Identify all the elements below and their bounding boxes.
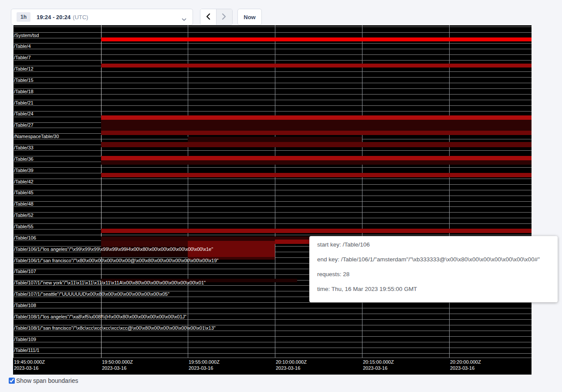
tooltip-end-key: end key: /Table/106/1/"amsterdam"/"\xb33… bbox=[317, 257, 550, 263]
row-label: /Table/33 bbox=[14, 145, 34, 151]
column-boundary-line bbox=[449, 25, 450, 358]
column-boundary-line bbox=[188, 25, 188, 358]
heatmap-band[interactable] bbox=[101, 120, 532, 131]
span-boundary-line bbox=[13, 71, 532, 72]
row-label: /Table/48 bbox=[14, 201, 34, 207]
row-label: /Table/36 bbox=[14, 156, 34, 162]
span-boundary-line bbox=[13, 94, 532, 95]
time-window-badge: 1h bbox=[17, 12, 30, 22]
heatmap-band[interactable] bbox=[101, 160, 532, 165]
heatmap-band[interactable] bbox=[101, 229, 532, 233]
span-tooltip: start key: /Table/106 end key: /Table/10… bbox=[309, 236, 558, 302]
span-boundary-line bbox=[13, 218, 532, 218]
chevron-right-icon bbox=[222, 13, 227, 21]
span-boundary-line bbox=[13, 201, 532, 202]
span-boundary-line bbox=[13, 27, 532, 27]
span-boundary-line bbox=[13, 83, 532, 83]
row-label: /Table/4 bbox=[14, 44, 31, 49]
time-zone-label: (UTC) bbox=[73, 14, 88, 20]
span-boundary-line bbox=[13, 32, 532, 33]
row-label: /Table/106/1/"san francisco"/"\x80\x00\x… bbox=[14, 258, 219, 264]
span-boundary-line bbox=[13, 196, 532, 196]
span-boundary-line bbox=[13, 336, 532, 337]
span-boundary-line bbox=[13, 342, 532, 342]
heatmap-band[interactable] bbox=[101, 115, 532, 120]
row-label: /Table/15 bbox=[14, 78, 34, 83]
span-boundary-line bbox=[13, 167, 532, 168]
row-label: /Table/55 bbox=[14, 224, 34, 230]
x-axis-line bbox=[13, 358, 532, 358]
row-label: /Table/107/1/"seattle"/"UUUUUUD\x00\x80\… bbox=[14, 291, 169, 297]
row-label: /Table/52 bbox=[14, 213, 34, 218]
span-boundary-line bbox=[13, 308, 532, 308]
span-boundary-line bbox=[13, 105, 532, 106]
heatmap-band[interactable] bbox=[101, 156, 532, 160]
row-label: /Table/108/1/"los angeles"/"\xa8\xf5\u00… bbox=[14, 314, 186, 320]
time-range-label: 19:24 - 20:24 bbox=[37, 14, 71, 20]
heatmap-band[interactable] bbox=[188, 137, 362, 142]
span-boundary-line bbox=[13, 212, 532, 213]
span-boundary-line bbox=[13, 49, 532, 49]
row-label: /Table/7 bbox=[14, 55, 31, 61]
row-label: /Table/106/1/"los angeles"/"\x99\x99\x99… bbox=[14, 247, 213, 252]
span-boundary-line bbox=[13, 54, 532, 55]
row-label: /Table/42 bbox=[14, 179, 34, 185]
span-boundary-line bbox=[13, 302, 532, 303]
heatmap-band[interactable] bbox=[101, 142, 532, 147]
row-label: /Table/18 bbox=[14, 89, 34, 95]
span-boundary-line bbox=[13, 88, 532, 89]
toolbar: 1h 19:24 - 20:24 (UTC) Now bbox=[0, 0, 562, 25]
column-boundary-line bbox=[101, 25, 102, 358]
span-boundary-line bbox=[13, 190, 532, 190]
x-axis-tick: 19:55:00.000Z2023-03-16 bbox=[189, 359, 220, 371]
span-boundary-line bbox=[13, 206, 532, 207]
heatmap-band[interactable] bbox=[101, 173, 532, 177]
row-label: /Table/39 bbox=[14, 168, 34, 173]
row-label: /Table/12 bbox=[14, 66, 34, 72]
heatmap-band[interactable] bbox=[101, 131, 532, 135]
key-visualizer-canvas[interactable]: /System/tsd/Table/4/Table/7/Table/12/Tab… bbox=[13, 25, 532, 375]
span-boundary-line bbox=[13, 353, 532, 354]
row-label: /Table/21 bbox=[14, 100, 34, 106]
column-boundary-line bbox=[275, 25, 275, 358]
span-boundary-line bbox=[13, 43, 532, 44]
row-label: /Table/24 bbox=[14, 111, 34, 117]
row-label: /NamespaceTable/30 bbox=[14, 134, 59, 139]
span-boundary-line bbox=[13, 100, 532, 100]
row-label: /Table/108 bbox=[14, 303, 36, 308]
x-axis-tick: 20:15:00.000Z2023-03-16 bbox=[363, 359, 394, 371]
footer: Show span boundaries bbox=[9, 377, 78, 384]
time-nav-group bbox=[200, 9, 233, 25]
row-label: /System/tsd bbox=[14, 33, 39, 38]
span-boundary-line bbox=[13, 348, 532, 348]
heatmap-band[interactable] bbox=[101, 37, 532, 41]
row-label: /Table/108/1/"san francisco"/"\x8c\xcc\x… bbox=[14, 325, 216, 331]
row-label: /Table/111/1 bbox=[14, 348, 39, 353]
show-span-boundaries-checkbox[interactable] bbox=[9, 378, 15, 384]
span-boundary-line bbox=[13, 223, 532, 224]
show-span-boundaries-label: Show span boundaries bbox=[16, 377, 78, 384]
row-label: /Table/106 bbox=[14, 235, 36, 241]
row-label: /Table/107/1/"new york"/"\x11\x11\x11\x1… bbox=[14, 280, 206, 286]
row-label: /Table/27 bbox=[14, 122, 34, 128]
span-boundary-line bbox=[13, 111, 532, 112]
next-interval-button[interactable] bbox=[217, 9, 233, 25]
row-label: /Table/109 bbox=[14, 337, 36, 342]
tooltip-requests: requests: 28 bbox=[317, 271, 550, 277]
row-label: /Table/107 bbox=[14, 269, 36, 274]
span-boundary-line bbox=[13, 235, 532, 235]
previous-interval-button[interactable] bbox=[200, 9, 217, 25]
heatmap-band[interactable] bbox=[101, 64, 532, 68]
row-label: /Table/45 bbox=[14, 190, 34, 196]
heatmap-band[interactable] bbox=[101, 241, 188, 247]
chevron-down-icon bbox=[182, 15, 186, 23]
time-range-picker[interactable]: 1h 19:24 - 20:24 (UTC) bbox=[11, 9, 193, 25]
x-axis-tick: 19:50:00.000Z2023-03-16 bbox=[102, 359, 133, 371]
x-axis-tick: 20:20:00.000Z2023-03-16 bbox=[450, 359, 481, 371]
tooltip-start-key: start key: /Table/106 bbox=[317, 242, 550, 248]
span-boundary-line bbox=[13, 179, 532, 179]
now-button[interactable]: Now bbox=[237, 9, 262, 25]
tooltip-time: time: Thu, 16 Mar 2023 19:55:00 GMT bbox=[317, 286, 550, 292]
span-boundary-line bbox=[13, 77, 532, 78]
span-boundary-line bbox=[13, 150, 532, 151]
